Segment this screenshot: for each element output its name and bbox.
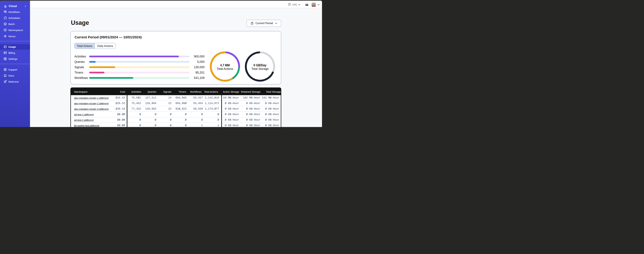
svg-text:Total Storage: Total Storage [251, 67, 268, 70]
svg-text:Total Actions: Total Actions [217, 67, 233, 70]
svg-text:0 GB/Day: 0 GB/Day [254, 63, 266, 67]
svg-text:4.7 MM: 4.7 MM [220, 63, 230, 67]
